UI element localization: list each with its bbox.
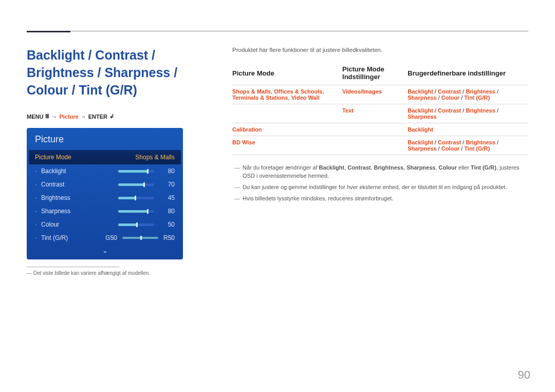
osd-row-label: Contrast	[41, 181, 118, 188]
osd-picture-mode-label: Picture Mode	[35, 154, 71, 161]
breadcrumb: MENU Ⅲ → Picture → ENTER ↲	[27, 113, 212, 120]
footnote-divider	[27, 267, 119, 267]
table-row: CalibrationBacklight	[232, 123, 528, 136]
breadcrumb-enter: ENTER	[88, 114, 107, 120]
left-footnote: Det viste billede kan variere afhængigt …	[27, 270, 212, 276]
chevron-down-icon[interactable]: ⌄	[27, 245, 183, 254]
tint-slider[interactable]	[122, 237, 158, 239]
osd-row-label: Backlight	[41, 167, 118, 175]
left-column: Backlight / Contrast / Brightness / Shar…	[27, 47, 212, 276]
breadcrumb-arrow: →	[51, 114, 57, 120]
slider[interactable]	[118, 197, 154, 199]
note-3: Hvis billedets lysstyrke mindskes, reduc…	[232, 193, 528, 204]
enter-icon: ↲	[109, 113, 114, 120]
osd-brightness-row[interactable]: ·Brightness 45	[27, 191, 183, 204]
intro-text: Produktet har flere funktioner til at ju…	[232, 47, 528, 53]
slider[interactable]	[118, 210, 154, 213]
osd-row-label: Colour	[41, 221, 118, 228]
table-header-1: Picture Mode	[232, 62, 342, 85]
osd-colour-row[interactable]: ·Colour 50	[27, 218, 183, 231]
table-header-2: Picture Mode Indstillinger	[342, 62, 408, 85]
slider[interactable]	[118, 170, 154, 173]
osd-row-value: 80	[162, 167, 175, 175]
picture-mode-table: Picture Mode Picture Mode Indstillinger …	[232, 62, 528, 155]
osd-row-label: Tint (G/R)	[41, 234, 105, 241]
table-header-3: Brugerdefinerbare indstillinger	[408, 62, 528, 85]
breadcrumb-picture: Picture	[59, 114, 78, 120]
osd-picture-mode-row[interactable]: Picture Mode Shops & Malls	[29, 150, 181, 164]
slider[interactable]	[118, 223, 154, 226]
top-divider	[27, 31, 528, 31]
osd-row-value: 80	[162, 208, 175, 215]
table-row: BD WiseBacklight / Contrast / Brightness…	[232, 136, 528, 155]
note-2: Du kan justere og gemme indstillinger fo…	[232, 182, 528, 193]
osd-sharpness-row[interactable]: ·Sharpness 80	[27, 204, 183, 218]
slider[interactable]	[118, 183, 154, 186]
page-number: 90	[518, 368, 530, 382]
osd-picture-mode-value: Shops & Malls	[135, 154, 175, 161]
osd-row-label: Sharpness	[41, 208, 118, 215]
table-row: Shops & Malls, Offices & Schools, Termin…	[232, 85, 528, 104]
osd-row-value: 45	[162, 194, 175, 201]
osd-contrast-row[interactable]: ·Contrast 70	[27, 178, 183, 191]
osd-backlight-row[interactable]: ·Backlight 80	[27, 164, 183, 178]
breadcrumb-menu: MENU	[27, 114, 43, 120]
osd-header: Picture	[27, 128, 183, 150]
note-1: Når du foretager ændringer af Backlight,…	[232, 162, 528, 182]
page-title: Backlight / Contrast / Brightness / Shar…	[27, 47, 212, 99]
right-column: Produktet har flere funktioner til at ju…	[232, 47, 528, 276]
tint-r-value: R50	[163, 234, 175, 241]
menu-icon: Ⅲ	[45, 113, 49, 120]
osd-row-label: Brightness	[41, 194, 118, 201]
notes-block: Når du foretager ændringer af Backlight,…	[232, 162, 528, 204]
table-row: TextBacklight / Contrast / Brightness / …	[232, 104, 528, 123]
tint-g-value: G50	[105, 234, 117, 241]
osd-panel: Picture Picture Mode Shops & Malls ·Back…	[27, 128, 183, 259]
osd-tint-row[interactable]: ·Tint (G/R) G50 R50	[27, 231, 183, 245]
osd-row-value: 70	[162, 181, 175, 188]
breadcrumb-arrow: →	[81, 114, 86, 120]
osd-row-value: 50	[162, 221, 175, 228]
